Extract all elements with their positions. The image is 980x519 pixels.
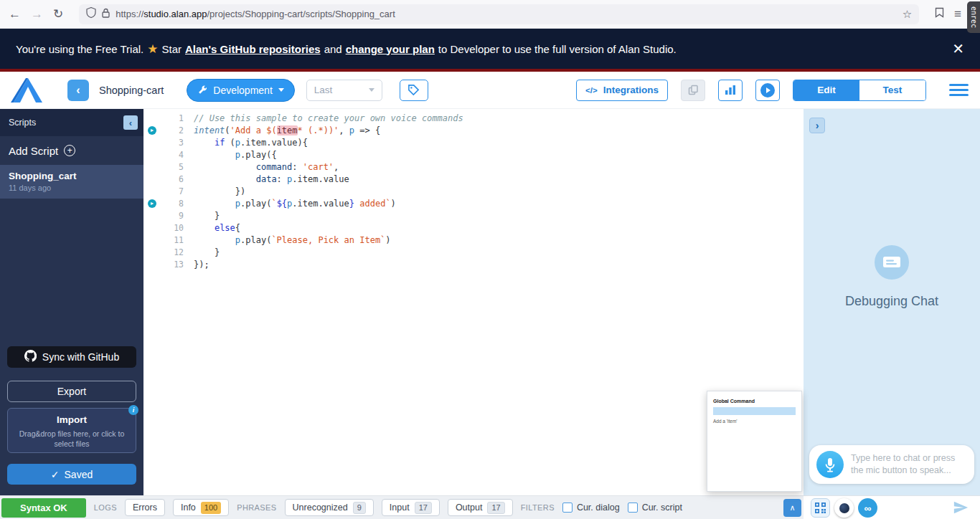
script-age: 11 days ago [9, 184, 135, 192]
editor-gutter[interactable]: ▸2 [143, 125, 194, 137]
errors-filter-button[interactable]: Errors [125, 499, 165, 516]
intent-marker-icon[interactable]: ▸ [148, 126, 156, 135]
tab-test[interactable]: Test [859, 80, 925, 100]
version-dropdown[interactable]: Last [306, 80, 382, 101]
qr-code-button[interactable] [811, 498, 830, 518]
version-tag-button[interactable] [400, 80, 428, 101]
copy-version-button[interactable] [681, 80, 705, 101]
unrecognized-filter-button[interactable]: Unrecognized 9 [285, 499, 374, 516]
alan-logo-icon[interactable] [10, 77, 43, 103]
reload-icon[interactable]: ↻ [53, 6, 63, 22]
pocket-icon[interactable] [935, 7, 944, 21]
url-path: /projects/Shopping-cart/scripts/Shopping… [207, 9, 395, 19]
editor-gutter[interactable]: 10 [143, 222, 194, 234]
bookmark-star-icon[interactable]: ☆ [903, 8, 912, 21]
code-line[interactable]: 11 p.play(`Please, Pick an Item`) [143, 234, 804, 247]
environment-dropdown[interactable]: Development [187, 79, 295, 102]
code-text: if (p.item.value){ [194, 137, 308, 149]
editor-gutter[interactable]: 6 [143, 173, 194, 186]
saved-button[interactable]: ✓ Saved [7, 464, 136, 485]
editor-gutter[interactable]: 1 [143, 113, 194, 125]
edit-test-toggle: Edit Test [793, 80, 926, 101]
info-icon[interactable]: i [128, 405, 138, 415]
back-to-projects-button[interactable]: ‹ [67, 80, 89, 101]
back-icon[interactable]: ← [9, 7, 21, 22]
screen-recorder-badge[interactable]: enrec [967, 1, 980, 33]
code-line[interactable]: 9 } [143, 210, 804, 222]
code-lines: 1// Use this sample to create your own v… [143, 113, 804, 271]
output-filter-button[interactable]: Output 17 [448, 499, 513, 516]
code-text: else{ [194, 222, 240, 234]
expand-logs-button[interactable]: ∧ [783, 499, 801, 517]
change-plan-link[interactable]: change your plan [346, 43, 435, 55]
editor-gutter[interactable]: ▸8 [143, 198, 194, 210]
cur-dialog-checkbox[interactable]: Cur. dialog [562, 503, 620, 513]
tab-edit[interactable]: Edit [793, 80, 859, 100]
app-menu-icon[interactable] [949, 84, 969, 96]
chat-empty-state: Debugging Chat [804, 245, 980, 309]
sync-github-label: Sync with GitHub [42, 351, 119, 363]
line-number: 13 [174, 259, 184, 271]
editor-gutter[interactable]: 4 [143, 149, 194, 161]
editor-gutter[interactable]: 13 [143, 259, 194, 271]
code-line[interactable]: ▸2intent('Add a $(item* (.*))', p => { [143, 125, 804, 137]
code-text: } [194, 210, 220, 222]
cur-script-checkbox[interactable]: Cur. script [628, 503, 682, 513]
syntax-status-badge[interactable]: Syntax OK [1, 498, 86, 518]
output-label: Output [456, 503, 483, 513]
close-icon[interactable]: ✕ [952, 40, 964, 57]
analytics-button[interactable] [718, 80, 743, 101]
link-button[interactable]: ∞ [858, 498, 877, 518]
code-text: p.play({ [194, 149, 277, 161]
input-filter-button[interactable]: Input 17 [382, 499, 440, 516]
url-scheme: https:// [116, 9, 143, 19]
checkbox-icon[interactable] [562, 503, 573, 513]
filters-section-label: FILTERS [521, 503, 555, 512]
editor-gutter[interactable]: 3 [143, 137, 194, 149]
editor-gutter[interactable]: 9 [143, 210, 194, 222]
shield-icon[interactable] [86, 7, 96, 21]
run-button[interactable] [755, 80, 780, 101]
mic-button[interactable] [816, 451, 844, 478]
collapse-chat-panel-button[interactable]: › [809, 118, 825, 133]
integrations-button[interactable]: </> Integrations [576, 80, 668, 101]
editor-gutter[interactable]: 11 [143, 234, 194, 247]
code-line[interactable]: 1// Use this sample to create your own v… [143, 113, 804, 125]
editor-gutter[interactable]: 7 [143, 186, 194, 198]
editor-gutter[interactable]: 12 [143, 247, 194, 259]
code-line[interactable]: 5 command: 'cart', [143, 161, 804, 173]
alan-button-preview[interactable] [834, 498, 854, 518]
github-repositories-link[interactable]: Alan's GitHub repositories [185, 43, 321, 55]
code-text: command: 'cart', [194, 161, 339, 173]
menu-icon[interactable]: ≡ [954, 7, 961, 22]
line-number: 5 [179, 161, 184, 173]
code-line[interactable]: 13}); [143, 259, 804, 271]
sidebar-item-shopping-cart[interactable]: Shopping_cart 11 days ago [0, 165, 143, 199]
chat-input[interactable]: Type here to chat or press the mic butto… [809, 445, 974, 484]
phrases-section-label: PHRASES [237, 503, 276, 512]
environment-label: Development [213, 85, 273, 96]
alan-studio-screen: ← → ↻ https://studio.alan.app/projects/S… [0, 0, 980, 519]
add-script-button[interactable]: Add Script + [0, 136, 143, 165]
editor-gutter[interactable]: 5 [143, 161, 194, 173]
code-line[interactable]: 4 p.play({ [143, 149, 804, 161]
code-line[interactable]: 3 if (p.item.value){ [143, 137, 804, 149]
import-dropzone[interactable]: Import Drag&drop files here, or click to… [7, 408, 136, 453]
export-button[interactable]: Export [7, 381, 136, 402]
intent-marker-icon[interactable]: ▸ [148, 199, 156, 208]
url-bar[interactable]: https://studio.alan.app/projects/Shoppin… [79, 4, 919, 24]
collapse-sidebar-button[interactable]: ‹ [123, 115, 138, 130]
code-line[interactable]: ▸8 p.play(`${p.item.value} added`) [143, 198, 804, 210]
code-line[interactable]: 10 else{ [143, 222, 804, 234]
checkbox-icon[interactable] [628, 503, 638, 513]
forward-icon[interactable]: → [31, 7, 43, 22]
wrench-icon [197, 85, 207, 95]
info-filter-button[interactable]: Info 100 [173, 499, 229, 516]
code-line[interactable]: 12 } [143, 247, 804, 259]
sync-with-github-button[interactable]: Sync with GitHub [7, 346, 136, 368]
code-line[interactable]: 6 data: p.item.value [143, 173, 804, 186]
code-line[interactable]: 7 }) [143, 186, 804, 198]
send-button[interactable] [953, 500, 969, 518]
unrecognized-label: Unrecognized [293, 503, 348, 513]
code-editor[interactable]: 1// Use this sample to create your own v… [143, 109, 804, 495]
